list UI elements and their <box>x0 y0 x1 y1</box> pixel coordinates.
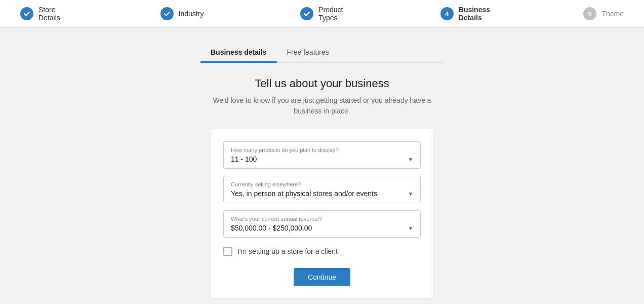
selling-select[interactable]: Currently selling elsewhere? Yes, in per… <box>223 176 421 203</box>
progress-step-theme: 5 Theme <box>583 7 624 20</box>
products-value-row: 11 - 100 ▼ <box>231 155 413 163</box>
revenue-label: What's your current annual revenue? <box>231 216 413 222</box>
continue-button[interactable]: Continue <box>294 268 350 286</box>
form-subtitle: We'd love to know if you are just gettin… <box>211 95 433 117</box>
progress-bar: Store Details Industry Product Types 4 B… <box>0 0 644 28</box>
progress-step-business-details: 4 Business Details <box>440 6 490 22</box>
products-value: 11 - 100 <box>231 155 257 163</box>
step-label-industry: Industry <box>179 10 204 18</box>
step-completed-icon-store-details <box>20 7 33 20</box>
products-arrow-icon: ▼ <box>408 157 413 162</box>
selling-value-row: Yes, in person at physical stores and/or… <box>231 189 413 198</box>
step-label-theme: Theme <box>601 10 624 18</box>
revenue-value: $50,000.00 - $250,000.00 <box>231 224 312 232</box>
tab-business-details[interactable]: Business details <box>200 43 277 63</box>
form-card: How many products do you plan to display… <box>211 129 433 299</box>
revenue-value-row: $50,000.00 - $250,000.00 ▼ <box>231 224 413 232</box>
products-label: How many products do you plan to display… <box>231 147 413 153</box>
selling-label: Currently selling elsewhere? <box>231 181 413 187</box>
form-title: Tell us about your business <box>255 77 389 90</box>
step-completed-icon-product-types <box>300 7 313 20</box>
progress-step-product-types: Product Types <box>300 6 347 22</box>
step-label-store-details: Store Details <box>38 6 67 22</box>
revenue-arrow-icon: ▼ <box>408 225 413 231</box>
progress-step-store-details: Store Details <box>20 6 67 22</box>
client-checkbox-row: I'm setting up a store for a client <box>223 247 421 256</box>
client-checkbox-label: I'm setting up a store for a client <box>237 247 338 255</box>
tab-bar: Business details Free features <box>200 43 444 63</box>
selling-arrow-icon: ▼ <box>408 191 413 197</box>
selling-value: Yes, in person at physical stores and/or… <box>231 189 377 198</box>
products-select[interactable]: How many products do you plan to display… <box>223 141 421 169</box>
step-label-product-types: Product Types <box>318 6 347 22</box>
step-active-icon-business-details: 4 <box>440 7 454 20</box>
tab-free-features[interactable]: Free features <box>277 43 339 63</box>
step-label-business-details: Business Details <box>459 6 490 22</box>
step-inactive-icon-theme: 5 <box>583 7 596 20</box>
progress-step-industry: Industry <box>160 7 207 20</box>
main-content: Business details Free features Tell us a… <box>0 28 644 304</box>
step-completed-icon-industry <box>160 7 174 20</box>
continue-button-wrapper: Continue <box>223 268 421 286</box>
revenue-select[interactable]: What's your current annual revenue? $50,… <box>223 210 421 238</box>
client-checkbox[interactable] <box>223 247 232 256</box>
